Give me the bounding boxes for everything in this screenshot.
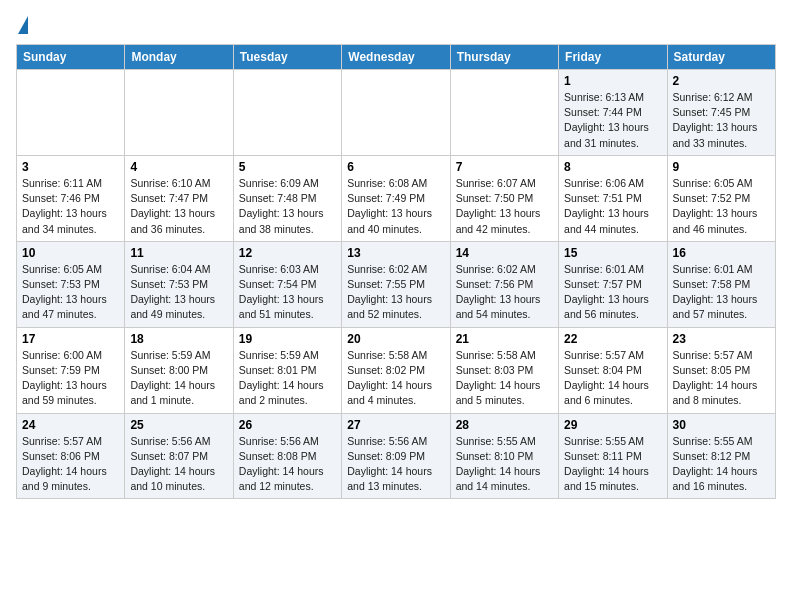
calendar-cell bbox=[17, 70, 125, 156]
calendar-cell bbox=[233, 70, 341, 156]
day-info: Sunrise: 6:13 AM Sunset: 7:44 PM Dayligh… bbox=[564, 90, 661, 151]
calendar-table: SundayMondayTuesdayWednesdayThursdayFrid… bbox=[16, 44, 776, 499]
calendar-cell bbox=[125, 70, 233, 156]
calendar-week-row: 10Sunrise: 6:05 AM Sunset: 7:53 PM Dayli… bbox=[17, 241, 776, 327]
day-number: 6 bbox=[347, 160, 444, 174]
weekday-header: Wednesday bbox=[342, 45, 450, 70]
calendar-cell: 21Sunrise: 5:58 AM Sunset: 8:03 PM Dayli… bbox=[450, 327, 558, 413]
day-number: 11 bbox=[130, 246, 227, 260]
calendar-cell: 24Sunrise: 5:57 AM Sunset: 8:06 PM Dayli… bbox=[17, 413, 125, 499]
day-number: 16 bbox=[673, 246, 770, 260]
weekday-header: Friday bbox=[559, 45, 667, 70]
day-info: Sunrise: 6:02 AM Sunset: 7:56 PM Dayligh… bbox=[456, 262, 553, 323]
day-info: Sunrise: 5:57 AM Sunset: 8:06 PM Dayligh… bbox=[22, 434, 119, 495]
day-info: Sunrise: 6:10 AM Sunset: 7:47 PM Dayligh… bbox=[130, 176, 227, 237]
day-info: Sunrise: 6:05 AM Sunset: 7:53 PM Dayligh… bbox=[22, 262, 119, 323]
day-number: 26 bbox=[239, 418, 336, 432]
day-number: 2 bbox=[673, 74, 770, 88]
day-number: 13 bbox=[347, 246, 444, 260]
day-info: Sunrise: 6:01 AM Sunset: 7:57 PM Dayligh… bbox=[564, 262, 661, 323]
calendar-cell: 11Sunrise: 6:04 AM Sunset: 7:53 PM Dayli… bbox=[125, 241, 233, 327]
day-number: 29 bbox=[564, 418, 661, 432]
day-info: Sunrise: 6:02 AM Sunset: 7:55 PM Dayligh… bbox=[347, 262, 444, 323]
logo bbox=[16, 16, 28, 36]
calendar-cell: 15Sunrise: 6:01 AM Sunset: 7:57 PM Dayli… bbox=[559, 241, 667, 327]
calendar-cell bbox=[342, 70, 450, 156]
day-number: 21 bbox=[456, 332, 553, 346]
day-number: 1 bbox=[564, 74, 661, 88]
calendar-cell: 29Sunrise: 5:55 AM Sunset: 8:11 PM Dayli… bbox=[559, 413, 667, 499]
page-header bbox=[16, 16, 776, 36]
day-info: Sunrise: 5:56 AM Sunset: 8:07 PM Dayligh… bbox=[130, 434, 227, 495]
calendar-cell: 14Sunrise: 6:02 AM Sunset: 7:56 PM Dayli… bbox=[450, 241, 558, 327]
calendar-cell: 12Sunrise: 6:03 AM Sunset: 7:54 PM Dayli… bbox=[233, 241, 341, 327]
calendar-cell: 20Sunrise: 5:58 AM Sunset: 8:02 PM Dayli… bbox=[342, 327, 450, 413]
day-number: 9 bbox=[673, 160, 770, 174]
day-number: 5 bbox=[239, 160, 336, 174]
calendar-cell: 19Sunrise: 5:59 AM Sunset: 8:01 PM Dayli… bbox=[233, 327, 341, 413]
calendar-cell: 5Sunrise: 6:09 AM Sunset: 7:48 PM Daylig… bbox=[233, 155, 341, 241]
day-number: 19 bbox=[239, 332, 336, 346]
day-info: Sunrise: 6:07 AM Sunset: 7:50 PM Dayligh… bbox=[456, 176, 553, 237]
day-info: Sunrise: 5:56 AM Sunset: 8:08 PM Dayligh… bbox=[239, 434, 336, 495]
day-number: 14 bbox=[456, 246, 553, 260]
day-info: Sunrise: 5:57 AM Sunset: 8:04 PM Dayligh… bbox=[564, 348, 661, 409]
day-info: Sunrise: 5:56 AM Sunset: 8:09 PM Dayligh… bbox=[347, 434, 444, 495]
calendar-cell: 7Sunrise: 6:07 AM Sunset: 7:50 PM Daylig… bbox=[450, 155, 558, 241]
calendar-week-row: 24Sunrise: 5:57 AM Sunset: 8:06 PM Dayli… bbox=[17, 413, 776, 499]
calendar-cell: 10Sunrise: 6:05 AM Sunset: 7:53 PM Dayli… bbox=[17, 241, 125, 327]
day-info: Sunrise: 6:04 AM Sunset: 7:53 PM Dayligh… bbox=[130, 262, 227, 323]
day-number: 20 bbox=[347, 332, 444, 346]
calendar-cell: 13Sunrise: 6:02 AM Sunset: 7:55 PM Dayli… bbox=[342, 241, 450, 327]
day-info: Sunrise: 6:08 AM Sunset: 7:49 PM Dayligh… bbox=[347, 176, 444, 237]
calendar-cell: 23Sunrise: 5:57 AM Sunset: 8:05 PM Dayli… bbox=[667, 327, 775, 413]
day-info: Sunrise: 5:58 AM Sunset: 8:03 PM Dayligh… bbox=[456, 348, 553, 409]
day-number: 30 bbox=[673, 418, 770, 432]
day-number: 24 bbox=[22, 418, 119, 432]
calendar-cell: 9Sunrise: 6:05 AM Sunset: 7:52 PM Daylig… bbox=[667, 155, 775, 241]
day-number: 8 bbox=[564, 160, 661, 174]
day-info: Sunrise: 5:55 AM Sunset: 8:12 PM Dayligh… bbox=[673, 434, 770, 495]
day-number: 28 bbox=[456, 418, 553, 432]
day-number: 17 bbox=[22, 332, 119, 346]
calendar-cell: 17Sunrise: 6:00 AM Sunset: 7:59 PM Dayli… bbox=[17, 327, 125, 413]
calendar-cell: 22Sunrise: 5:57 AM Sunset: 8:04 PM Dayli… bbox=[559, 327, 667, 413]
logo-triangle-icon bbox=[18, 16, 28, 34]
calendar-cell: 30Sunrise: 5:55 AM Sunset: 8:12 PM Dayli… bbox=[667, 413, 775, 499]
day-info: Sunrise: 6:06 AM Sunset: 7:51 PM Dayligh… bbox=[564, 176, 661, 237]
day-info: Sunrise: 5:57 AM Sunset: 8:05 PM Dayligh… bbox=[673, 348, 770, 409]
calendar-cell: 26Sunrise: 5:56 AM Sunset: 8:08 PM Dayli… bbox=[233, 413, 341, 499]
calendar-cell: 4Sunrise: 6:10 AM Sunset: 7:47 PM Daylig… bbox=[125, 155, 233, 241]
day-number: 12 bbox=[239, 246, 336, 260]
weekday-header: Sunday bbox=[17, 45, 125, 70]
day-info: Sunrise: 6:09 AM Sunset: 7:48 PM Dayligh… bbox=[239, 176, 336, 237]
day-info: Sunrise: 6:01 AM Sunset: 7:58 PM Dayligh… bbox=[673, 262, 770, 323]
day-info: Sunrise: 5:55 AM Sunset: 8:11 PM Dayligh… bbox=[564, 434, 661, 495]
day-number: 23 bbox=[673, 332, 770, 346]
day-number: 25 bbox=[130, 418, 227, 432]
calendar-cell: 8Sunrise: 6:06 AM Sunset: 7:51 PM Daylig… bbox=[559, 155, 667, 241]
day-number: 10 bbox=[22, 246, 119, 260]
day-number: 27 bbox=[347, 418, 444, 432]
calendar-cell: 1Sunrise: 6:13 AM Sunset: 7:44 PM Daylig… bbox=[559, 70, 667, 156]
day-number: 7 bbox=[456, 160, 553, 174]
day-number: 22 bbox=[564, 332, 661, 346]
day-number: 18 bbox=[130, 332, 227, 346]
calendar-cell: 3Sunrise: 6:11 AM Sunset: 7:46 PM Daylig… bbox=[17, 155, 125, 241]
calendar-week-row: 1Sunrise: 6:13 AM Sunset: 7:44 PM Daylig… bbox=[17, 70, 776, 156]
day-info: Sunrise: 6:03 AM Sunset: 7:54 PM Dayligh… bbox=[239, 262, 336, 323]
calendar-cell: 25Sunrise: 5:56 AM Sunset: 8:07 PM Dayli… bbox=[125, 413, 233, 499]
calendar-cell: 6Sunrise: 6:08 AM Sunset: 7:49 PM Daylig… bbox=[342, 155, 450, 241]
day-info: Sunrise: 6:12 AM Sunset: 7:45 PM Dayligh… bbox=[673, 90, 770, 151]
weekday-header: Saturday bbox=[667, 45, 775, 70]
calendar-cell: 27Sunrise: 5:56 AM Sunset: 8:09 PM Dayli… bbox=[342, 413, 450, 499]
calendar-cell: 28Sunrise: 5:55 AM Sunset: 8:10 PM Dayli… bbox=[450, 413, 558, 499]
calendar-cell: 18Sunrise: 5:59 AM Sunset: 8:00 PM Dayli… bbox=[125, 327, 233, 413]
day-info: Sunrise: 6:00 AM Sunset: 7:59 PM Dayligh… bbox=[22, 348, 119, 409]
calendar-cell bbox=[450, 70, 558, 156]
calendar-cell: 16Sunrise: 6:01 AM Sunset: 7:58 PM Dayli… bbox=[667, 241, 775, 327]
day-number: 4 bbox=[130, 160, 227, 174]
weekday-header: Thursday bbox=[450, 45, 558, 70]
day-info: Sunrise: 5:55 AM Sunset: 8:10 PM Dayligh… bbox=[456, 434, 553, 495]
day-info: Sunrise: 6:05 AM Sunset: 7:52 PM Dayligh… bbox=[673, 176, 770, 237]
